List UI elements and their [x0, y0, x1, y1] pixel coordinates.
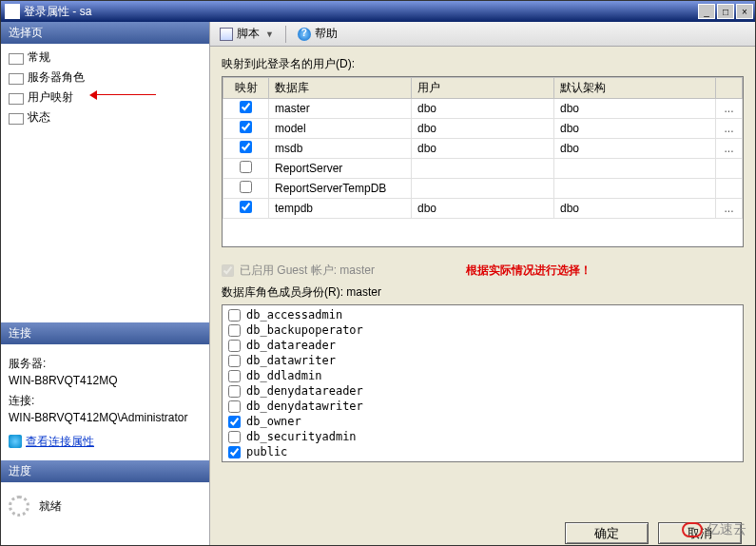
map-checkbox[interactable] — [240, 101, 252, 113]
cell-schema[interactable]: dbo — [554, 139, 716, 159]
cell-user[interactable]: dbo — [412, 139, 554, 159]
dialog-body: 选择页 常规服务器角色用户映射状态 连接 服务器: WIN-B8RVQT412M… — [1, 22, 755, 545]
role-label: public — [246, 445, 287, 458]
role-checkbox[interactable] — [228, 324, 241, 337]
role-checkbox[interactable] — [228, 400, 241, 413]
col-ellipsis — [716, 78, 743, 99]
select-page-header: 选择页 — [1, 22, 209, 44]
help-label: 帮助 — [315, 26, 338, 42]
script-label: 脚本 — [237, 26, 260, 42]
view-conn-props-label: 查看连接属性 — [26, 434, 94, 450]
cell-database[interactable]: ReportServerTempDB — [269, 179, 412, 199]
table-row[interactable]: msdbdbodbo... — [223, 139, 743, 159]
role-checkbox[interactable] — [228, 431, 241, 443]
role-checkbox[interactable] — [228, 355, 241, 367]
role-list[interactable]: db_accessadmindb_backupoperatordb_datare… — [222, 304, 744, 462]
guest-label: 已启用 Guest 帐户: master — [240, 263, 375, 279]
role-item[interactable]: db_securityadmin — [226, 429, 739, 444]
map-checkbox[interactable] — [240, 121, 252, 133]
role-checkbox[interactable] — [228, 446, 241, 458]
page-icon — [9, 71, 24, 85]
cell-schema[interactable]: dbo — [554, 119, 716, 139]
role-item[interactable]: public — [226, 444, 739, 459]
dialog-footer: 确定 取消 — [210, 513, 755, 545]
close-button[interactable]: × — [736, 4, 753, 19]
sidebar-item-2[interactable]: 用户映射 — [7, 88, 204, 107]
connection-header: 连接 — [1, 322, 209, 344]
table-row[interactable]: ReportServerTempDB — [223, 179, 743, 199]
view-connection-properties-link[interactable]: 查看连接属性 — [9, 434, 94, 450]
sidebar-item-0[interactable]: 常规 — [7, 48, 204, 68]
sidebar-item-label: 常规 — [28, 49, 50, 66]
cell-user[interactable]: dbo — [412, 99, 554, 119]
col-user[interactable]: 用户 — [412, 78, 554, 99]
help-icon: ? — [298, 28, 311, 41]
mapped-users-label: 映射到此登录名的用户(D): — [222, 56, 744, 72]
role-item[interactable]: db_backupoperator — [226, 322, 739, 338]
help-button[interactable]: ? 帮助 — [294, 25, 341, 43]
mapped-users-table[interactable]: 映射 数据库 用户 默认架构 masterdbodbo...modeldbodb… — [223, 77, 743, 219]
ellipsis-button[interactable]: ... — [716, 199, 743, 219]
role-label: db_datawriter — [246, 354, 336, 367]
page-icon — [9, 111, 24, 125]
sidebar-item-3[interactable]: 状态 — [7, 107, 204, 127]
cell-user[interactable] — [412, 179, 554, 199]
guest-row: 已启用 Guest 帐户: master 根据实际情况进行选择！ — [222, 263, 744, 279]
title-bar[interactable]: 登录属性 - sa _ □ × — [1, 1, 755, 22]
script-button[interactable]: 脚本 ▼ — [216, 25, 278, 43]
table-row[interactable]: tempdbdbodbo... — [223, 199, 743, 219]
cell-database[interactable]: tempdb — [269, 199, 412, 219]
cell-database[interactable]: master — [269, 99, 412, 119]
cell-schema[interactable] — [554, 179, 716, 199]
col-map[interactable]: 映射 — [223, 78, 269, 99]
cell-schema[interactable]: dbo — [554, 199, 716, 219]
role-item[interactable]: db_ddladmin — [226, 368, 739, 383]
role-item[interactable]: db_datareader — [226, 338, 739, 353]
map-checkbox[interactable] — [240, 201, 252, 213]
role-item[interactable]: db_owner — [226, 414, 739, 429]
map-checkbox[interactable] — [240, 181, 252, 193]
ok-button[interactable]: 确定 — [565, 522, 649, 544]
role-item[interactable]: db_datawriter — [226, 353, 739, 368]
cell-schema[interactable] — [554, 159, 716, 179]
table-row[interactable]: ReportServer — [223, 159, 743, 179]
toolbar-separator — [285, 26, 286, 43]
ellipsis-button[interactable]: ... — [716, 139, 743, 159]
role-item[interactable]: db_denydatawriter — [226, 399, 739, 414]
sidebar-item-1[interactable]: 服务器角色 — [7, 68, 204, 88]
connection-pane: 服务器: WIN-B8RVQT412MQ 连接: WIN-B8RVQT412MQ… — [1, 344, 209, 461]
role-checkbox[interactable] — [228, 309, 241, 322]
cell-user[interactable]: dbo — [412, 119, 554, 139]
page-icon — [9, 51, 24, 65]
cell-schema[interactable]: dbo — [554, 99, 716, 119]
minimize-button[interactable]: _ — [698, 4, 715, 19]
cell-database[interactable]: msdb — [269, 139, 412, 159]
conn-value: WIN-B8RVQT412MQ\Administrator — [9, 411, 202, 424]
cell-user[interactable] — [412, 159, 554, 179]
role-checkbox[interactable] — [228, 340, 241, 352]
role-item[interactable]: db_accessadmin — [226, 307, 739, 322]
col-schema[interactable]: 默认架构 — [554, 78, 716, 99]
cell-user[interactable]: dbo — [412, 199, 554, 219]
role-label: db_ddladmin — [246, 369, 321, 382]
progress-pane: 就绪 — [1, 482, 209, 545]
role-checkbox[interactable] — [228, 370, 241, 382]
role-item[interactable]: db_denydatareader — [226, 383, 739, 399]
progress-spinner-icon — [9, 496, 29, 517]
map-checkbox[interactable] — [240, 141, 252, 153]
map-checkbox[interactable] — [240, 161, 252, 173]
cell-database[interactable]: model — [269, 119, 412, 139]
table-row[interactable]: modeldbodbo... — [223, 119, 743, 139]
role-label: db_denydatawriter — [246, 400, 363, 413]
ellipsis-button[interactable]: ... — [716, 99, 743, 119]
watermark-text: 亿速云 — [707, 521, 746, 538]
table-row[interactable]: masterdbodbo... — [223, 99, 743, 119]
role-checkbox[interactable] — [228, 385, 241, 398]
col-database[interactable]: 数据库 — [269, 78, 412, 99]
guest-checkbox — [222, 264, 234, 277]
role-label: db_datareader — [246, 339, 336, 352]
cell-database[interactable]: ReportServer — [269, 159, 412, 179]
ellipsis-button[interactable]: ... — [716, 119, 743, 139]
maximize-button[interactable]: □ — [717, 4, 734, 19]
role-checkbox[interactable] — [228, 416, 241, 428]
